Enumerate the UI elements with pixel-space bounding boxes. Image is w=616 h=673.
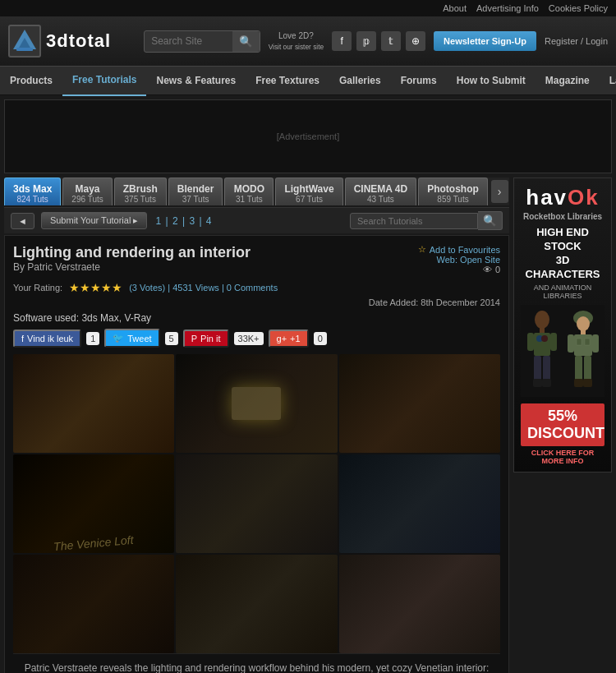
nav-layerpaint[interactable]: LayerPaint (600, 66, 616, 95)
social-icons: f 𝕡 𝕥 ⊕ (332, 31, 425, 51)
eye-icon: 👁 (483, 265, 492, 274)
rss-icon[interactable]: ⊕ (406, 31, 425, 51)
page-4-link[interactable]: 4 (206, 215, 212, 227)
search-bar: 🔍 (144, 30, 260, 53)
gallery-image-4[interactable]: The Venice Loft (13, 454, 174, 553)
svg-point-13 (541, 335, 548, 342)
date-added: Date Added: 8th December 2014 (13, 297, 500, 307)
ad-logo-hav: hav (526, 185, 568, 210)
main-nav: Products Free Tutorials News & Features … (0, 66, 616, 95)
twitter-share-button[interactable]: 🐦 Tweet (104, 329, 159, 348)
page-1-link[interactable]: 1 (155, 215, 161, 227)
character-2 (564, 310, 602, 392)
pinterest-icon: P (191, 334, 197, 343)
search-input[interactable] (145, 31, 232, 51)
tab-next-arrow[interactable]: › (491, 180, 508, 203)
gallery: The Venice Loft (13, 354, 500, 653)
main-layout: 3ds Max 824 Tuts Maya 296 Tuts ZBrush 37… (0, 173, 616, 673)
tutorial-author: By Patric Verstraete (13, 261, 251, 273)
register-link-text[interactable]: Register / Login (545, 36, 608, 46)
tab-modo[interactable]: MODO 31 Tuts (224, 177, 274, 205)
tab-zbrush[interactable]: ZBrush 375 Tuts (114, 177, 167, 205)
search-tutorials: 🔍 (350, 211, 503, 230)
nav-galleries[interactable]: Galleries (329, 66, 391, 95)
views-link[interactable]: | 4531 Views (168, 283, 219, 293)
gallery-image-6[interactable] (339, 454, 500, 553)
web-open-link: Web: Open Site (437, 255, 500, 265)
social-share: f Vind ik leuk 1 🐦 Tweet 5 P Pin it 33K+… (13, 329, 500, 348)
tab-maya[interactable]: Maya 296 Tuts (62, 177, 112, 205)
page-3-link[interactable]: 3 (189, 215, 195, 227)
ad-logo-ok: Ok (568, 185, 600, 210)
nav-how-to-submit[interactable]: How to Submit (447, 66, 536, 95)
tab-cinema4d[interactable]: CINEMA 4D 43 Tuts (345, 177, 417, 205)
star-rating[interactable]: ★★★★★ (69, 281, 122, 294)
sidebar-ad[interactable]: havOk Rocketbox Libraries HIGH END STOCK… (513, 177, 612, 472)
open-site-link[interactable]: Web: Open Site (437, 255, 500, 265)
gallery-image-8 (176, 555, 337, 653)
svg-rect-16 (581, 330, 586, 334)
nav-free-textures[interactable]: Free Textures (246, 66, 329, 95)
cookies-link[interactable]: Cookies Policy (549, 3, 608, 13)
logo[interactable]: 3dtotal (8, 25, 111, 58)
ad-subheading: AND ANIMATION LIBRARIES (521, 283, 605, 300)
svg-rect-9 (543, 356, 550, 380)
svg-rect-23 (583, 379, 592, 387)
logo-text: 3dtotal (46, 30, 111, 52)
tab-blender[interactable]: Blender 37 Tuts (168, 177, 223, 205)
gallery-image-2[interactable] (176, 354, 337, 453)
gallery-image-7[interactable] (13, 555, 174, 653)
svg-rect-6 (527, 333, 534, 351)
nav-free-tutorials[interactable]: Free Tutorials (62, 65, 146, 96)
search-button[interactable]: 🔍 (232, 31, 260, 52)
page-2-link[interactable]: 2 (172, 215, 178, 227)
ad-heading: HIGH END STOCK3D CHARACTERS (521, 226, 605, 282)
facebook-share-button[interactable]: f Vind ik leuk (13, 330, 81, 348)
prev-button[interactable]: ◄ (11, 213, 34, 229)
love-text: Love 2D?Visit our sister site (269, 30, 324, 52)
ad-discount: 55% DISCOUNT (521, 403, 605, 446)
comments-link[interactable]: | 0 Comments (222, 283, 278, 293)
facebook-icon[interactable]: f (332, 31, 352, 51)
logo-icon (8, 25, 41, 58)
twitter-icon[interactable]: 𝕥 (381, 31, 401, 51)
votes-link[interactable]: (3 Votes) (129, 283, 165, 293)
svg-point-3 (535, 311, 549, 329)
gplus-share-button[interactable]: g+ +1 (269, 330, 309, 348)
svg-rect-21 (584, 356, 591, 380)
pinterest-icon[interactable]: 𝕡 (356, 31, 376, 51)
newsletter-button[interactable]: Newsletter Sign-Up (434, 31, 536, 51)
tab-3ds-max[interactable]: 3ds Max 824 Tuts (4, 177, 61, 205)
rating-row: Your Rating: ★★★★★ (3 Votes) | 4531 View… (13, 281, 500, 294)
nav-products[interactable]: Products (0, 66, 62, 95)
submit-tutorial-button[interactable]: Submit Your Tutorial ▸ (41, 212, 148, 229)
gallery-image-5[interactable] (176, 454, 337, 553)
svg-rect-18 (568, 334, 574, 353)
gallery-image-9[interactable] (339, 555, 500, 653)
tutorial-header: Lighting and rendering an interior By Pa… (13, 244, 500, 278)
tutorial-title-area: Lighting and rendering an interior By Pa… (13, 244, 251, 278)
gplus-count: 0 (314, 332, 327, 345)
banner-ad: [Advertisement] (4, 99, 612, 173)
nav-news[interactable]: News & Features (146, 66, 246, 95)
ad-characters (521, 305, 605, 397)
pinterest-share-button[interactable]: P Pin it (183, 330, 229, 348)
tab-lightwave[interactable]: LightWave 67 Tuts (275, 177, 342, 205)
tutorial-search-input[interactable] (350, 213, 478, 229)
advertising-link[interactable]: Advertising Info (476, 3, 539, 13)
tutorial-search-button[interactable]: 🔍 (478, 211, 503, 230)
twitter-icon: 🐦 (113, 333, 124, 343)
caption: Patric Verstraete reveals the lighting a… (13, 653, 500, 673)
about-link[interactable]: About (443, 3, 467, 13)
tab-photoshop[interactable]: Photoshop 859 Tuts (418, 177, 488, 205)
add-favourites-button[interactable]: ☆ Add to Favourites (418, 244, 500, 255)
header-right: Love 2D?Visit our sister site f 𝕡 𝕥 ⊕ Ne… (269, 30, 608, 52)
svg-rect-22 (574, 379, 583, 387)
svg-rect-24 (577, 339, 582, 345)
top-bar: About Advertising Info Cookies Policy (0, 0, 616, 16)
nav-forums[interactable]: Forums (391, 66, 447, 95)
nav-magazine[interactable]: Magazine (536, 66, 600, 95)
ad-discount-sub: CLICK HERE FOR MORE INFO (521, 449, 605, 465)
gallery-image-1[interactable] (13, 354, 174, 453)
gallery-image-3[interactable] (339, 354, 500, 453)
